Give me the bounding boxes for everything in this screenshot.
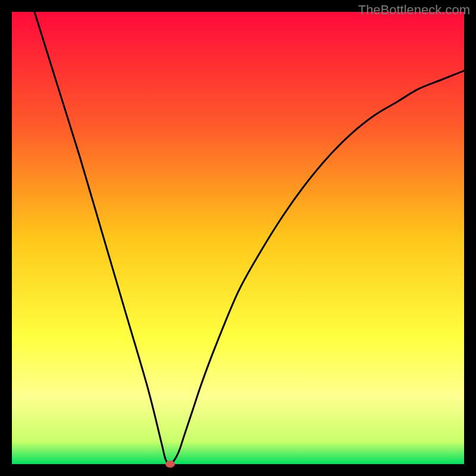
bottleneck-chart bbox=[0, 0, 476, 476]
watermark-text: TheBottleneck.com bbox=[358, 2, 470, 18]
chart-container: TheBottleneck.com bbox=[0, 0, 476, 476]
optimal-point-marker bbox=[165, 461, 175, 468]
chart-background bbox=[12, 12, 464, 464]
